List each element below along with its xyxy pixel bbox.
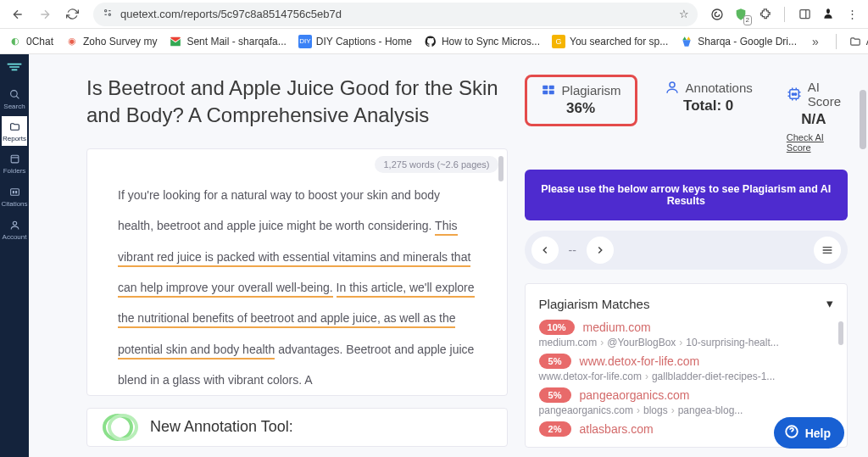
match-item[interactable]: 10%medium.commedium.com›@YourBlogBox›10-… xyxy=(539,320,833,348)
svg-rect-3 xyxy=(799,10,809,19)
metric-annotations: Annotations Total: 0 xyxy=(658,75,760,120)
app-logo-icon[interactable] xyxy=(4,59,25,75)
left-nav-rail: Search Reports Folders Citations Account xyxy=(0,54,29,457)
svg-point-0 xyxy=(105,10,107,12)
pager-menu-button[interactable] xyxy=(814,237,841,264)
match-domain: atlasbars.com xyxy=(580,422,654,436)
svg-rect-12 xyxy=(542,91,548,95)
bookmarks-bar: ◐0Chat ◉Zoho Survey my Sent Mail - sharq… xyxy=(0,29,868,54)
rail-reports[interactable]: Reports xyxy=(2,116,27,146)
match-item[interactable]: 5%pangeaorganics.compangeaorganics.com›b… xyxy=(539,387,833,416)
svg-point-4 xyxy=(10,90,17,97)
pager-position: -- xyxy=(569,243,576,257)
bookmark-item[interactable]: DIYDIY Captions - Home xyxy=(298,35,412,48)
site-info-icon[interactable] xyxy=(102,7,114,21)
svg-rect-6 xyxy=(10,188,19,195)
metric-ai-score: AI Score N/A Check AI Score xyxy=(780,75,848,158)
main-content: Is Beetroot and Apple Juice Good for the… xyxy=(29,54,868,457)
annotations-icon xyxy=(665,80,680,95)
document-body: If you're looking for a natural way to b… xyxy=(118,180,476,396)
match-percent-badge: 10% xyxy=(539,320,575,335)
all-bookmarks-button[interactable]: All Bookmarks xyxy=(849,35,868,48)
match-percent-badge: 5% xyxy=(539,387,571,403)
match-domain: pangeaorganics.com xyxy=(580,388,690,402)
annotation-tool-card[interactable]: New Annotation Tool: xyxy=(86,408,508,447)
extension-shield-icon[interactable]: 2 xyxy=(732,5,750,24)
forward-button[interactable] xyxy=(34,3,56,25)
rail-account[interactable]: Account xyxy=(0,214,29,245)
matches-title: Plagiarism Matches xyxy=(539,297,650,311)
annotation-blob-icon xyxy=(103,412,138,443)
word-count-pill: 1,275 words (~2.6 pages) xyxy=(375,156,498,173)
check-ai-score-link[interactable]: Check AI Score xyxy=(787,132,841,153)
bookmark-item[interactable]: ◉Zoho Survey my xyxy=(65,35,157,48)
match-domain: www.detox-for-life.com xyxy=(580,354,700,368)
match-breadcrumb: pangeaorganics.com›blogs›pangea-blog... xyxy=(539,404,833,416)
pager-prev-button[interactable] xyxy=(531,237,559,264)
document-card: 1,275 words (~2.6 pages) If you're looki… xyxy=(86,148,508,396)
rail-citations[interactable]: Citations xyxy=(0,181,29,212)
help-fab-button[interactable]: Help xyxy=(774,417,844,449)
svg-rect-5 xyxy=(11,155,19,163)
ai-score-icon xyxy=(787,86,802,102)
matches-collapse-icon[interactable]: ▾ xyxy=(826,296,833,311)
svg-point-1 xyxy=(108,14,110,15)
browser-toolbar: quetext.com/reports/5c97c8a8514756c5eb7d… xyxy=(0,0,868,29)
svg-point-16 xyxy=(792,93,793,95)
rail-search[interactable]: Search xyxy=(0,83,29,114)
side-panel-icon[interactable] xyxy=(795,5,814,24)
back-button[interactable] xyxy=(7,3,29,25)
svg-rect-13 xyxy=(548,91,554,95)
match-breadcrumb: medium.com›@YourBlogBox›10-surprising-he… xyxy=(539,337,833,348)
reload-button[interactable] xyxy=(61,3,83,25)
bookmarks-overflow-icon[interactable]: » xyxy=(812,35,819,48)
annotation-tool-title: New Annotation Tool: xyxy=(150,418,293,436)
match-domain: medium.com xyxy=(583,320,651,334)
chrome-menu-icon[interactable]: ⋮ xyxy=(843,5,861,24)
svg-point-7 xyxy=(13,221,16,225)
bookmark-item[interactable]: ◐0Chat xyxy=(8,35,53,48)
instruction-banner: Please use the below arrow keys to see P… xyxy=(525,170,848,220)
plagiarism-icon xyxy=(541,82,556,98)
svg-point-2 xyxy=(712,9,722,20)
svg-point-14 xyxy=(670,82,675,87)
match-item[interactable]: 5%www.detox-for-life.comwww.detox-for-li… xyxy=(539,354,833,382)
result-pager: -- xyxy=(525,231,848,270)
metrics-row: Plagiarism 36% Annotations Total: 0 AI S… xyxy=(525,75,848,158)
bookmark-item[interactable]: Sharqa - Google Dri... xyxy=(680,35,797,48)
url-text: quetext.com/reports/5c97c8a8514756c5eb7d xyxy=(120,8,342,20)
extensions-puzzle-icon[interactable] xyxy=(755,5,774,24)
bookmark-item[interactable]: GYou searched for sp... xyxy=(552,35,668,48)
metric-plagiarism: Plagiarism 36% xyxy=(525,75,637,126)
report-title: Is Beetroot and Apple Juice Good for the… xyxy=(86,75,508,130)
match-percent-badge: 2% xyxy=(539,421,571,437)
match-percent-badge: 5% xyxy=(539,354,571,369)
profile-avatar-icon[interactable] xyxy=(819,5,837,24)
svg-rect-10 xyxy=(542,86,548,90)
panel-scrollbar[interactable] xyxy=(860,75,866,457)
pager-next-button[interactable] xyxy=(587,237,614,264)
scrollbar-thumb[interactable] xyxy=(498,156,504,181)
matches-scrollbar[interactable] xyxy=(838,321,843,345)
bookmark-item[interactable]: Sent Mail - sharqafa... xyxy=(169,35,286,48)
app-root: Search Reports Folders Citations Account… xyxy=(0,54,868,457)
rail-folders[interactable]: Folders xyxy=(0,148,29,179)
bookmark-star-icon[interactable]: ☆ xyxy=(679,8,689,20)
extension-grammarly-icon[interactable] xyxy=(708,5,726,24)
bookmark-item[interactable]: How to Sync Micros... xyxy=(424,35,540,48)
svg-point-17 xyxy=(794,93,796,95)
svg-rect-11 xyxy=(548,86,554,90)
address-bar[interactable]: quetext.com/reports/5c97c8a8514756c5eb7d… xyxy=(93,3,698,26)
help-icon xyxy=(784,424,799,442)
match-breadcrumb: www.detox-for-life.com›gallbladder-diet-… xyxy=(539,371,833,382)
